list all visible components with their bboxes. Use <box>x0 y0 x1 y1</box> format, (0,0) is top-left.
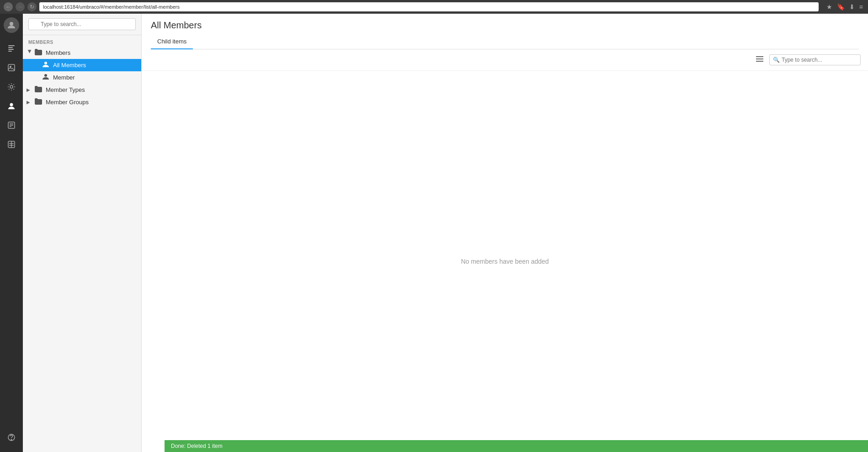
svg-point-18 <box>44 74 47 77</box>
address-bar[interactable] <box>39 2 819 11</box>
member-types-label: Member Types <box>46 86 85 93</box>
main-tabs: Child items <box>151 34 859 49</box>
tree-item-members-root[interactable]: ▶ Members <box>23 47 141 59</box>
svg-rect-1 <box>8 45 15 46</box>
members-folder-icon <box>35 49 42 57</box>
search-right-wrapper: 🔍 <box>769 54 861 65</box>
sidebar-search-input[interactable] <box>28 18 136 30</box>
svg-point-7 <box>10 85 13 88</box>
status-bar: Done: Deleted 1 item <box>165 440 868 452</box>
member-label: Member <box>53 74 75 81</box>
tree-item-member[interactable]: Member <box>23 71 141 84</box>
main-header: All Members Child items <box>142 14 868 49</box>
sidebar-search-wrapper: 🔍 <box>28 18 136 30</box>
main-body: No members have been added <box>142 71 868 452</box>
save-icon[interactable]: ⬇ <box>848 3 856 11</box>
member-groups-label: Member Groups <box>46 99 89 106</box>
main-content: All Members Child items 🔍 No members hav… <box>142 14 868 452</box>
all-members-icon <box>42 61 49 69</box>
nav-help[interactable] <box>2 428 21 447</box>
svg-point-6 <box>10 66 11 68</box>
bookmark-icon[interactable]: 🔖 <box>836 3 846 11</box>
nav-content[interactable] <box>2 39 21 58</box>
empty-message: No members have been added <box>461 258 548 265</box>
browser-actions: ★ 🔖 ⬇ ≡ <box>825 3 864 11</box>
member-groups-folder-icon <box>35 98 42 106</box>
forward-button[interactable]: → <box>16 2 25 11</box>
svg-rect-5 <box>8 64 15 71</box>
svg-point-8 <box>10 103 13 106</box>
main-search-input[interactable] <box>769 54 861 65</box>
member-groups-arrow: ▶ <box>27 100 33 105</box>
sidebar: 🔍 MEMBERS ▶ Members <box>23 14 142 452</box>
icon-nav <box>0 14 23 452</box>
nav-translations[interactable] <box>2 135 21 154</box>
svg-rect-2 <box>8 47 13 48</box>
all-members-label: All Members <box>53 62 86 69</box>
tree-item-member-types[interactable]: ▶ Member Types <box>23 84 141 96</box>
svg-rect-3 <box>8 49 14 50</box>
member-types-arrow: ▶ <box>27 87 33 92</box>
svg-point-16 <box>11 439 11 440</box>
status-message: Done: Deleted 1 item <box>171 443 223 449</box>
nav-members[interactable] <box>2 97 21 115</box>
nav-media[interactable] <box>2 58 21 77</box>
page-title: All Members <box>151 20 859 31</box>
svg-point-0 <box>10 22 13 26</box>
user-avatar[interactable] <box>4 17 19 33</box>
main-toolbar: 🔍 <box>142 49 868 71</box>
sidebar-section-label: MEMBERS <box>23 35 141 47</box>
nav-forms[interactable] <box>2 116 21 134</box>
search-right-icon: 🔍 <box>773 57 780 63</box>
sidebar-search-area: 🔍 <box>23 14 141 35</box>
svg-point-17 <box>44 62 47 64</box>
svg-rect-4 <box>8 51 12 52</box>
browser-menu-icon[interactable]: ≡ <box>858 3 864 11</box>
member-icon <box>42 74 49 81</box>
star-icon[interactable]: ★ <box>825 3 834 11</box>
members-arrow: ▶ <box>27 50 32 56</box>
member-types-folder-icon <box>35 86 42 94</box>
refresh-button[interactable]: ↻ <box>27 2 37 11</box>
list-view-button[interactable] <box>754 54 766 66</box>
app-container: 🔍 MEMBERS ▶ Members <box>0 14 868 452</box>
nav-settings[interactable] <box>2 78 21 96</box>
sidebar-tree: ▶ Members All Members <box>23 47 141 452</box>
browser-chrome: ← → ↻ ★ 🔖 ⬇ ≡ <box>0 0 868 14</box>
members-root-label: Members <box>46 49 70 56</box>
tree-item-member-groups[interactable]: ▶ Member Groups <box>23 96 141 108</box>
tab-child-items[interactable]: Child items <box>151 34 193 49</box>
tree-item-all-members[interactable]: All Members <box>23 59 141 71</box>
back-button[interactable]: ← <box>4 2 13 11</box>
